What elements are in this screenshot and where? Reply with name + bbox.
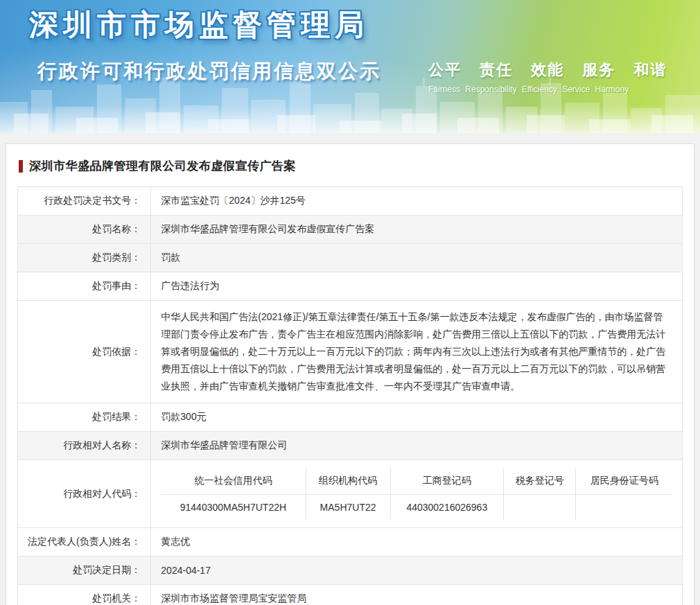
row-label: 处罚名称： — [18, 216, 151, 244]
row-value: 罚款300元 — [151, 403, 683, 432]
codes-header-org: 组织机构代码 — [306, 468, 390, 495]
row-value: 中华人民共和国广告法(2021修正)/第五章法律责任/第五十五条/第一款违反本法… — [151, 301, 683, 403]
row-label: 行政相对人代码： — [18, 460, 151, 528]
row-document-number: 行政处罚决定书文号： 深市监宝处罚〔2024〕沙井125号 — [18, 187, 683, 216]
row-value: 深圳市华盛品牌管理有限公司 — [151, 432, 683, 460]
penalty-info-table: 行政处罚决定书文号： 深市监宝处罚〔2024〕沙井125号 处罚名称： 深圳市华… — [17, 186, 683, 605]
row-value: 2024-04-17 — [151, 556, 683, 585]
row-label: 法定代表人(负责人)姓名： — [18, 528, 151, 556]
row-penalty-result: 处罚结果： 罚款300元 — [18, 403, 683, 432]
site-banner: 深圳市市场监督管理局 行政许可和行政处罚信用信息双公示 公平 责任 效能 服务 … — [0, 0, 700, 133]
slogan-english: Fairness Responsibility Efficiency Servi… — [428, 85, 688, 94]
agency-title: 深圳市市场监督管理局 — [29, 6, 369, 44]
codes-header-biz: 工商登记码 — [390, 468, 503, 495]
row-legal-representative: 法定代表人(负责人)姓名： 黄志优 — [18, 528, 683, 556]
slogan-chinese: 公平 责任 效能 服务 和谐 — [428, 60, 688, 80]
row-value: 罚款 — [151, 244, 683, 272]
codes-value-org: MA5H7UT22 — [306, 495, 390, 520]
row-value: 黄志优 — [151, 528, 683, 556]
row-label: 处罚决定日期： — [18, 556, 151, 585]
row-penalty-name: 处罚名称： 深圳市华盛品牌管理有限公司发布虚假宣传广告案 — [18, 216, 683, 244]
codes-value-tax — [503, 495, 575, 520]
row-label: 处罚依据： — [18, 301, 151, 403]
content-panel: 深圳市华盛品牌管理有限公司发布虚假宣传广告案 行政处罚决定书文号： 深市监宝处罚… — [6, 143, 694, 605]
row-value: 深市监宝处罚〔2024〕沙井125号 — [151, 187, 683, 216]
banner-subtitle: 行政许可和行政处罚信用信息双公示 — [37, 58, 381, 85]
row-label: 处罚机关： — [18, 585, 151, 605]
row-penalty-reason: 处罚事由： 广告违法行为 — [18, 272, 683, 301]
codes-value-uscc: 91440300MA5H7UT22H — [161, 495, 306, 520]
codes-value-row: 91440300MA5H7UT22H MA5H7UT22 44030021602… — [161, 495, 672, 520]
codes-header-id: 居民身份证号码 — [576, 468, 672, 495]
case-title: 深圳市华盛品牌管理有限公司发布虚假宣传广告案 — [29, 158, 296, 174]
slogan-block: 公平 责任 效能 服务 和谐 Fairness Responsibility E… — [428, 60, 688, 94]
row-penalty-category: 处罚类别： 罚款 — [18, 244, 683, 272]
row-label: 处罚类别： — [18, 244, 151, 272]
row-value: 广告违法行为 — [151, 272, 683, 301]
party-codes-cell: 统一社会信用代码 组织机构代码 工商登记码 税务登记号 居民身份证号码 9144… — [151, 460, 683, 528]
row-party-name: 行政相对人名称： 深圳市华盛品牌管理有限公司 — [18, 432, 683, 460]
title-accent-bar — [19, 160, 23, 173]
row-penalty-basis: 处罚依据： 中华人民共和国广告法(2021修正)/第五章法律责任/第五十五条/第… — [18, 301, 683, 403]
row-label: 处罚结果： — [18, 403, 151, 432]
row-label: 处罚事由： — [18, 272, 151, 301]
codes-header-uscc: 统一社会信用代码 — [161, 468, 306, 495]
codes-header-tax: 税务登记号 — [503, 468, 575, 495]
row-penalty-authority: 处罚机关： 深圳市市场监督管理局宝安监管局 — [18, 585, 683, 605]
row-label: 行政相对人名称： — [18, 432, 151, 460]
row-label: 行政处罚决定书文号： — [18, 187, 151, 216]
page-title-row: 深圳市华盛品牌管理有限公司发布虚假宣传广告案 — [19, 158, 683, 174]
row-decision-date: 处罚决定日期： 2024-04-17 — [18, 556, 683, 585]
codes-header-row: 统一社会信用代码 组织机构代码 工商登记码 税务登记号 居民身份证号码 — [161, 468, 672, 495]
row-value: 深圳市市场监督管理局宝安监管局 — [151, 585, 683, 605]
party-codes-table: 统一社会信用代码 组织机构代码 工商登记码 税务登记号 居民身份证号码 9144… — [161, 468, 672, 520]
codes-value-biz: 440300216026963 — [390, 495, 503, 520]
row-party-codes: 行政相对人代码： 统一社会信用代码 组织机构代码 工商登记码 税务登记号 居民身… — [18, 460, 683, 528]
row-value: 深圳市华盛品牌管理有限公司发布虚假宣传广告案 — [151, 216, 683, 244]
codes-value-id — [576, 495, 672, 520]
